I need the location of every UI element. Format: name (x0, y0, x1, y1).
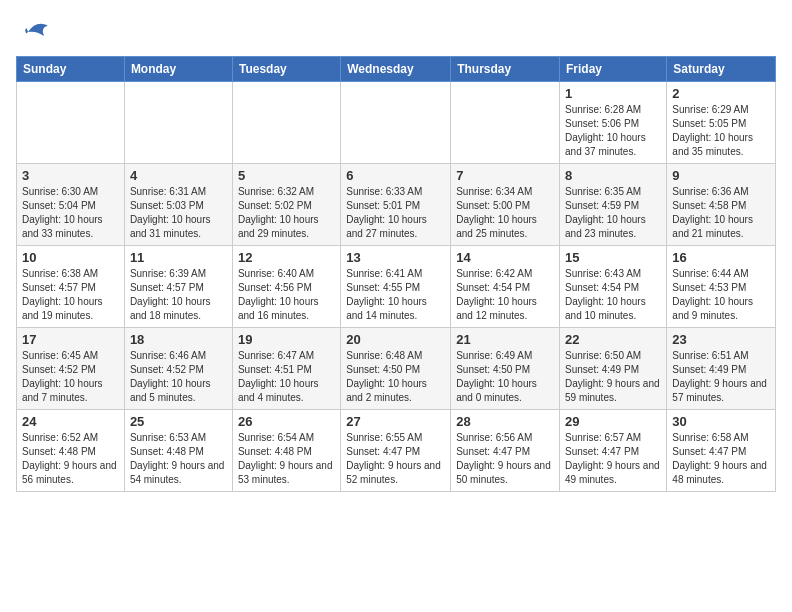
day-info: Sunrise: 6:41 AM Sunset: 4:55 PM Dayligh… (346, 267, 445, 323)
weekday-header: Thursday (451, 57, 560, 82)
logo-bird-icon (20, 16, 52, 48)
day-info: Sunrise: 6:49 AM Sunset: 4:50 PM Dayligh… (456, 349, 554, 405)
day-info: Sunrise: 6:48 AM Sunset: 4:50 PM Dayligh… (346, 349, 445, 405)
calendar-week-row: 1Sunrise: 6:28 AM Sunset: 5:06 PM Daylig… (17, 82, 776, 164)
day-number: 15 (565, 250, 661, 265)
calendar-cell: 24Sunrise: 6:52 AM Sunset: 4:48 PM Dayli… (17, 410, 125, 492)
day-number: 6 (346, 168, 445, 183)
day-info: Sunrise: 6:47 AM Sunset: 4:51 PM Dayligh… (238, 349, 335, 405)
calendar-cell: 20Sunrise: 6:48 AM Sunset: 4:50 PM Dayli… (341, 328, 451, 410)
day-info: Sunrise: 6:46 AM Sunset: 4:52 PM Dayligh… (130, 349, 227, 405)
calendar-cell: 23Sunrise: 6:51 AM Sunset: 4:49 PM Dayli… (667, 328, 776, 410)
day-info: Sunrise: 6:42 AM Sunset: 4:54 PM Dayligh… (456, 267, 554, 323)
day-number: 10 (22, 250, 119, 265)
calendar-cell: 11Sunrise: 6:39 AM Sunset: 4:57 PM Dayli… (124, 246, 232, 328)
day-number: 17 (22, 332, 119, 347)
day-number: 2 (672, 86, 770, 101)
weekday-header: Wednesday (341, 57, 451, 82)
day-info: Sunrise: 6:40 AM Sunset: 4:56 PM Dayligh… (238, 267, 335, 323)
logo (16, 16, 52, 48)
day-number: 20 (346, 332, 445, 347)
weekday-header: Saturday (667, 57, 776, 82)
day-number: 26 (238, 414, 335, 429)
calendar-cell: 9Sunrise: 6:36 AM Sunset: 4:58 PM Daylig… (667, 164, 776, 246)
day-number: 7 (456, 168, 554, 183)
calendar-cell: 26Sunrise: 6:54 AM Sunset: 4:48 PM Dayli… (232, 410, 340, 492)
calendar-cell (17, 82, 125, 164)
weekday-header: Tuesday (232, 57, 340, 82)
calendar-cell (124, 82, 232, 164)
day-number: 12 (238, 250, 335, 265)
day-info: Sunrise: 6:53 AM Sunset: 4:48 PM Dayligh… (130, 431, 227, 487)
day-number: 21 (456, 332, 554, 347)
calendar-cell: 16Sunrise: 6:44 AM Sunset: 4:53 PM Dayli… (667, 246, 776, 328)
calendar-cell: 27Sunrise: 6:55 AM Sunset: 4:47 PM Dayli… (341, 410, 451, 492)
calendar-cell: 30Sunrise: 6:58 AM Sunset: 4:47 PM Dayli… (667, 410, 776, 492)
calendar-cell: 5Sunrise: 6:32 AM Sunset: 5:02 PM Daylig… (232, 164, 340, 246)
day-number: 8 (565, 168, 661, 183)
day-info: Sunrise: 6:31 AM Sunset: 5:03 PM Dayligh… (130, 185, 227, 241)
day-info: Sunrise: 6:29 AM Sunset: 5:05 PM Dayligh… (672, 103, 770, 159)
day-info: Sunrise: 6:33 AM Sunset: 5:01 PM Dayligh… (346, 185, 445, 241)
day-info: Sunrise: 6:43 AM Sunset: 4:54 PM Dayligh… (565, 267, 661, 323)
calendar-cell: 15Sunrise: 6:43 AM Sunset: 4:54 PM Dayli… (560, 246, 667, 328)
weekday-header: Friday (560, 57, 667, 82)
calendar-week-row: 17Sunrise: 6:45 AM Sunset: 4:52 PM Dayli… (17, 328, 776, 410)
day-number: 24 (22, 414, 119, 429)
day-number: 1 (565, 86, 661, 101)
calendar-cell (232, 82, 340, 164)
day-number: 27 (346, 414, 445, 429)
day-number: 3 (22, 168, 119, 183)
day-number: 14 (456, 250, 554, 265)
calendar-cell: 14Sunrise: 6:42 AM Sunset: 4:54 PM Dayli… (451, 246, 560, 328)
day-number: 16 (672, 250, 770, 265)
calendar-cell: 13Sunrise: 6:41 AM Sunset: 4:55 PM Dayli… (341, 246, 451, 328)
day-info: Sunrise: 6:58 AM Sunset: 4:47 PM Dayligh… (672, 431, 770, 487)
calendar-cell: 2Sunrise: 6:29 AM Sunset: 5:05 PM Daylig… (667, 82, 776, 164)
day-number: 30 (672, 414, 770, 429)
calendar-cell: 18Sunrise: 6:46 AM Sunset: 4:52 PM Dayli… (124, 328, 232, 410)
calendar-cell: 6Sunrise: 6:33 AM Sunset: 5:01 PM Daylig… (341, 164, 451, 246)
day-info: Sunrise: 6:54 AM Sunset: 4:48 PM Dayligh… (238, 431, 335, 487)
calendar-week-row: 10Sunrise: 6:38 AM Sunset: 4:57 PM Dayli… (17, 246, 776, 328)
calendar-cell: 1Sunrise: 6:28 AM Sunset: 5:06 PM Daylig… (560, 82, 667, 164)
day-info: Sunrise: 6:56 AM Sunset: 4:47 PM Dayligh… (456, 431, 554, 487)
calendar-cell: 29Sunrise: 6:57 AM Sunset: 4:47 PM Dayli… (560, 410, 667, 492)
day-number: 28 (456, 414, 554, 429)
day-number: 19 (238, 332, 335, 347)
day-info: Sunrise: 6:44 AM Sunset: 4:53 PM Dayligh… (672, 267, 770, 323)
calendar-cell: 10Sunrise: 6:38 AM Sunset: 4:57 PM Dayli… (17, 246, 125, 328)
calendar-table: SundayMondayTuesdayWednesdayThursdayFrid… (16, 56, 776, 492)
calendar-cell (341, 82, 451, 164)
weekday-header: Sunday (17, 57, 125, 82)
day-number: 11 (130, 250, 227, 265)
day-info: Sunrise: 6:28 AM Sunset: 5:06 PM Dayligh… (565, 103, 661, 159)
calendar-cell (451, 82, 560, 164)
day-number: 13 (346, 250, 445, 265)
day-number: 5 (238, 168, 335, 183)
calendar-cell: 28Sunrise: 6:56 AM Sunset: 4:47 PM Dayli… (451, 410, 560, 492)
day-info: Sunrise: 6:38 AM Sunset: 4:57 PM Dayligh… (22, 267, 119, 323)
day-info: Sunrise: 6:51 AM Sunset: 4:49 PM Dayligh… (672, 349, 770, 405)
calendar-week-row: 24Sunrise: 6:52 AM Sunset: 4:48 PM Dayli… (17, 410, 776, 492)
day-info: Sunrise: 6:32 AM Sunset: 5:02 PM Dayligh… (238, 185, 335, 241)
calendar-cell: 3Sunrise: 6:30 AM Sunset: 5:04 PM Daylig… (17, 164, 125, 246)
calendar-cell: 12Sunrise: 6:40 AM Sunset: 4:56 PM Dayli… (232, 246, 340, 328)
day-info: Sunrise: 6:34 AM Sunset: 5:00 PM Dayligh… (456, 185, 554, 241)
day-info: Sunrise: 6:30 AM Sunset: 5:04 PM Dayligh… (22, 185, 119, 241)
day-info: Sunrise: 6:55 AM Sunset: 4:47 PM Dayligh… (346, 431, 445, 487)
day-number: 9 (672, 168, 770, 183)
day-info: Sunrise: 6:35 AM Sunset: 4:59 PM Dayligh… (565, 185, 661, 241)
page-header (16, 16, 776, 48)
calendar-cell: 8Sunrise: 6:35 AM Sunset: 4:59 PM Daylig… (560, 164, 667, 246)
day-info: Sunrise: 6:57 AM Sunset: 4:47 PM Dayligh… (565, 431, 661, 487)
calendar-cell: 22Sunrise: 6:50 AM Sunset: 4:49 PM Dayli… (560, 328, 667, 410)
day-info: Sunrise: 6:36 AM Sunset: 4:58 PM Dayligh… (672, 185, 770, 241)
weekday-header: Monday (124, 57, 232, 82)
weekday-header-row: SundayMondayTuesdayWednesdayThursdayFrid… (17, 57, 776, 82)
day-info: Sunrise: 6:45 AM Sunset: 4:52 PM Dayligh… (22, 349, 119, 405)
calendar-cell: 4Sunrise: 6:31 AM Sunset: 5:03 PM Daylig… (124, 164, 232, 246)
day-info: Sunrise: 6:39 AM Sunset: 4:57 PM Dayligh… (130, 267, 227, 323)
day-number: 22 (565, 332, 661, 347)
day-number: 23 (672, 332, 770, 347)
